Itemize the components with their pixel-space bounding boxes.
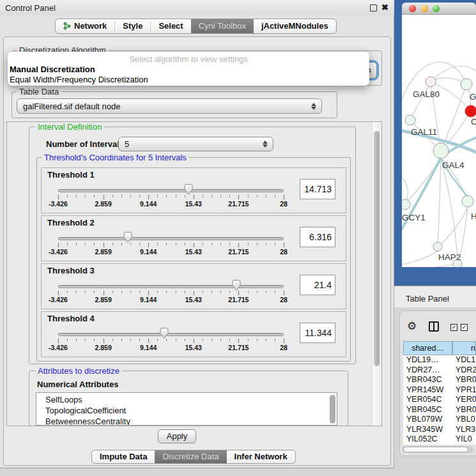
split-table-icon[interactable]	[429, 321, 439, 332]
network-canvas[interactable]: GAL80 GA C GAL11 GAL4 GCY1 H HAP2	[402, 15, 476, 267]
tick-label: -3.426	[49, 200, 68, 208]
network-node[interactable]	[462, 196, 473, 207]
zoom-traffic-light-icon[interactable]	[433, 5, 440, 12]
network-node[interactable]	[426, 77, 436, 87]
checkbox-icon[interactable]: ✓	[450, 324, 457, 331]
node-label-hap2: HAP2	[438, 252, 461, 262]
popup-option-manual-discretization[interactable]: Manual Discretization	[10, 65, 95, 74]
vertical-scrollbar-thumb[interactable]	[374, 131, 380, 366]
cell-name: YER0	[452, 395, 476, 405]
tab-jactive-label: jActiveMNodules	[261, 21, 328, 31]
close-traffic-light-icon[interactable]	[409, 5, 416, 12]
cell-name: YBR0	[452, 375, 476, 385]
network-node-gal4[interactable]	[433, 143, 449, 158]
tick-label: 2.859	[95, 248, 111, 256]
tick-label: 9.144	[140, 200, 157, 208]
threshold-3-slider-thumb[interactable]	[231, 279, 242, 291]
tick-label: 15.43	[185, 200, 202, 208]
column-header-name[interactable]: n	[452, 341, 476, 355]
network-node[interactable]	[405, 115, 415, 125]
table-row[interactable]: YBR045CYBR0	[403, 405, 476, 415]
threshold-2-slider-thumb[interactable]	[123, 231, 133, 243]
node-label-gal4: GAL4	[442, 160, 464, 170]
table-row[interactable]: YBL079WYBL0	[403, 415, 476, 425]
tick-label: 2.859	[95, 344, 111, 351]
checkbox-icon[interactable]: ✓	[461, 324, 468, 331]
list-item-betweennesscentrality[interactable]: BetweennessCentrality	[36, 416, 337, 426]
threshold-4-value-field[interactable]	[300, 323, 335, 343]
cell-shared-name: YDR27…	[403, 365, 452, 376]
apply-button[interactable]: Apply	[158, 429, 196, 443]
threshold-3-slider-track[interactable]	[58, 285, 284, 288]
threshold-2-slider-track[interactable]	[58, 237, 284, 240]
table-row[interactable]: YLR345WYLR3	[403, 425, 476, 435]
tick-label: 9.144	[140, 248, 157, 256]
threshold-1-slider-track[interactable]	[58, 189, 284, 192]
tab-select[interactable]: Select	[151, 19, 190, 33]
gear-icon[interactable]: ⚙	[407, 319, 417, 333]
tab-network[interactable]: Network	[56, 19, 114, 33]
minimize-traffic-light-icon[interactable]	[421, 5, 428, 12]
node-label-partial-h: H	[471, 211, 476, 221]
tab-impute-data[interactable]: Impute Data	[92, 450, 155, 463]
table-row[interactable]: YDR27…YDR2	[403, 365, 476, 376]
threshold-1-value-field[interactable]	[300, 179, 335, 199]
threshold-4-label: Threshold 4	[47, 314, 95, 323]
network-graph: GAL80 GA C GAL11 GAL4 GCY1 H HAP2	[402, 15, 476, 267]
network-node[interactable]	[461, 79, 472, 90]
table-row[interactable]: YPR145WYPR1	[403, 385, 476, 395]
node-label-partial-c: C	[471, 117, 476, 127]
list-scrollbar-thumb[interactable]	[330, 395, 335, 424]
cell-name: YBR0	[452, 405, 476, 415]
tab-discretize-data[interactable]: Discretize Data	[155, 450, 226, 463]
attributes-group-title: Attributes to discretize	[35, 366, 122, 376]
control-panel-tabs: Network Style Select Cyni Toolbox jActiv…	[55, 19, 337, 34]
cyni-bottom-tabs: Impute Data Discretize Data Infer Networ…	[91, 450, 296, 464]
table-row[interactable]: YER054CYER0	[403, 395, 476, 405]
cell-shared-name: YER054C	[403, 395, 452, 405]
popup-option-equal-width[interactable]: Equal Width/Frequency Discretization	[10, 75, 148, 84]
close-icon[interactable]: ✖	[381, 3, 388, 12]
tab-cyni-toolbox[interactable]: Cyni Toolbox	[191, 19, 254, 33]
table-row[interactable]: YIL052CYIL0	[403, 434, 476, 445]
threshold-4-slider-track[interactable]	[58, 333, 284, 336]
number-of-intervals-combobox[interactable]: 5	[118, 137, 273, 151]
threshold-4-slider-thumb[interactable]	[159, 327, 169, 339]
float-window-icon[interactable]	[370, 4, 377, 12]
interval-definition-title: Interval Definition	[35, 122, 104, 132]
network-node-selected[interactable]	[465, 105, 476, 117]
tab-cyni-label: Cyni Toolbox	[199, 21, 246, 31]
list-item-topologicalcoefficient[interactable]: TopologicalCoefficient	[36, 405, 337, 416]
tab-style[interactable]: Style	[115, 19, 150, 33]
numerical-attributes-list[interactable]: SelfLoops TopologicalCoefficient Between…	[36, 392, 337, 426]
slider-major-ticks	[58, 243, 284, 247]
horizontal-scrollbar-thumb[interactable]	[403, 447, 468, 452]
threshold-4-panel: Threshold 4 -3.426 2.859 9.144 15.43 21.…	[41, 311, 346, 357]
tick-label: -3.426	[49, 248, 68, 256]
threshold-3-value-field[interactable]	[300, 275, 335, 295]
column-header-shared-name[interactable]: shared…	[403, 341, 452, 355]
tick-label: 21.715	[228, 296, 249, 303]
network-window-titlebar[interactable]	[402, 3, 476, 15]
node-label-gal80: GAL80	[413, 89, 440, 99]
threshold-2-value-field[interactable]	[300, 227, 335, 247]
list-item-selfloops[interactable]: SelfLoops	[36, 394, 337, 405]
table-data-combobox-value: galFiltered.sif default node	[17, 102, 309, 111]
table-rows: YDL19…YDL1 YDR27…YDR2 YBR043CYBR0 YPR145…	[403, 355, 476, 445]
table-row[interactable]: YDL19…YDL1	[403, 355, 476, 365]
threshold-3-label: Threshold 3	[47, 266, 95, 275]
tab-jactivemnodules[interactable]: jActiveMNodules	[254, 19, 336, 33]
node-label-gal11: GAL11	[411, 127, 437, 137]
network-node[interactable]	[402, 199, 410, 210]
table-row[interactable]: YBR043CYBR0	[403, 375, 476, 385]
tick-label: 9.144	[140, 344, 157, 351]
popup-hint-text: Select algorithm to view settings	[8, 54, 369, 64]
threshold-1-slider-thumb[interactable]	[183, 183, 194, 196]
tab-infer-network[interactable]: Infer Network	[227, 450, 295, 463]
table-data-combobox[interactable]: galFiltered.sif default node	[17, 98, 322, 114]
cell-shared-name: YBL079W	[403, 415, 452, 425]
threshold-2-label: Threshold 2	[47, 218, 95, 227]
network-node[interactable]	[433, 242, 442, 251]
network-view-window: GAL80 GA C GAL11 GAL4 GCY1 H HAP2	[402, 3, 476, 267]
tick-label: 28	[280, 296, 288, 303]
